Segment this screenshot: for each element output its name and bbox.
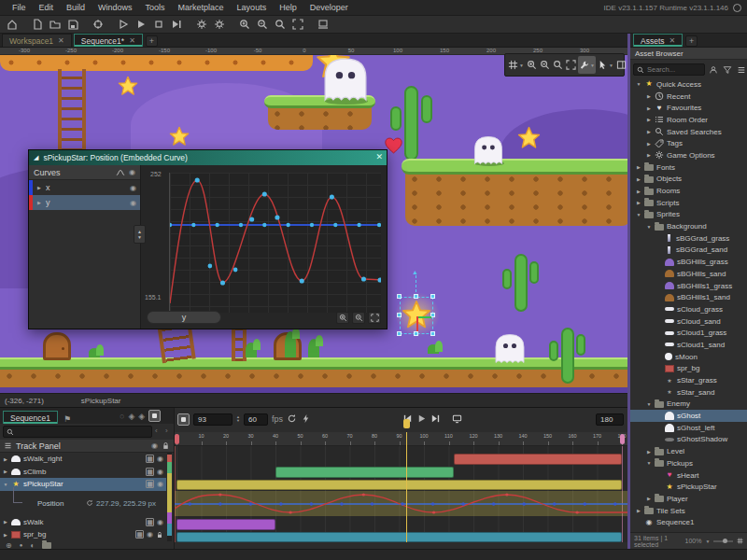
asset-tree-item-objects[interactable]: ▶Objects [630,174,747,186]
asset-tree-item-sstar-sand[interactable]: ★sStar_sand [630,386,747,399]
tree-expand-icon[interactable]: ▼ [646,224,652,230]
menu-file[interactable]: File [6,0,33,16]
gear-button-1[interactable] [193,17,209,32]
browser-menu-icon[interactable] [736,65,747,75]
panel-splitter-handle[interactable]: ▲▼ [134,225,146,244]
track-row-spickupstar[interactable]: ▼★ sPickupStar ▦◉ [0,478,166,491]
canvas-fit-button[interactable] [565,56,577,74]
asset-tree-item-enemy[interactable]: ▼Enemy [630,399,747,411]
save-project-button[interactable] [64,17,80,32]
ghost-sprite[interactable] [320,57,371,102]
ghost-sprite[interactable] [493,333,527,364]
frame-stepper[interactable]: ▲▼ [236,415,240,423]
zoom-dropdown-icon[interactable]: ▼ [705,539,710,544]
tree-expand-icon[interactable]: ▶ [646,129,652,134]
run-button[interactable] [133,17,148,32]
asset-tree-item-sbghills-sand[interactable]: sBGHills_sand [630,268,747,280]
next-keyframe-icon[interactable]: ◈ [138,412,145,421]
asset-search-input[interactable]: Search... [633,63,705,76]
tool-options-button[interactable]: ▼ [578,56,596,74]
asset-tree-item-sstar-grass[interactable]: ★sStar_grass [630,374,747,386]
instant-playback-icon[interactable] [301,413,311,426]
start-marker[interactable] [175,434,179,444]
asset-tree-item-sghostshadow[interactable]: sGhostShadow [630,434,747,446]
star-sprite[interactable] [169,126,190,147]
timeline-bar-spr_bg[interactable] [176,532,622,542]
asset-tree-item-room-order[interactable]: ▶Room Order [630,114,747,126]
tree-expand-icon[interactable]: ▶ [646,93,652,99]
panel-new-tab-button[interactable]: + [685,35,698,47]
asset-tree-item-sbggrad-grass[interactable]: sBGGrad_grass [630,232,747,245]
gizmo-x-axis[interactable] [417,316,431,318]
device-button[interactable] [315,17,331,32]
asset-tree-item-pickups[interactable]: ▼Pickups [630,457,747,469]
tree-expand-icon[interactable]: ▶ [646,152,652,158]
plant-sprite[interactable] [89,348,100,357]
tree-expand-icon[interactable]: ▶ [646,496,652,501]
cactus-sprite[interactable] [502,254,540,312]
timeline-lanes[interactable] [175,446,627,542]
asset-tree-item-quick-access[interactable]: ▼★Quick Access [630,78,747,91]
plant-sprite[interactable] [308,339,319,357]
track-visibility-icon[interactable]: ◉ [157,468,163,476]
tree-expand-icon[interactable]: ▶ [646,117,652,122]
expand-icon[interactable]: ▶ [36,200,42,205]
home-button[interactable] [4,17,20,32]
cactus-sprite[interactable] [549,328,586,384]
tree-expand-icon[interactable]: ▶ [646,141,652,147]
tree-expand-icon[interactable]: ▼ [636,81,641,87]
asset-tree-item-sghost[interactable]: sGhost [630,410,747,422]
tree-expand-icon[interactable]: ▶ [636,164,641,170]
asset-tree-item-sequence1[interactable]: ◉Sequence1 [630,516,747,528]
gizmo-y-axis[interactable] [416,316,418,331]
menu-build[interactable]: Build [60,0,92,16]
tab-workspace1[interactable]: Workspace1 ✕ [2,34,72,47]
curve-plot[interactable] [169,173,381,313]
auto-record-button[interactable] [148,410,161,422]
timeline-bar-swalk_right[interactable] [454,454,622,465]
asset-tree-item-level[interactable]: ▶Level [630,445,747,457]
tab-assets-close-icon[interactable]: ✕ [669,36,676,45]
selection-handle[interactable] [397,331,402,336]
asset-zoom-slider[interactable] [713,540,733,542]
gear-button-2[interactable] [211,17,227,32]
fit-view-button[interactable] [289,17,305,32]
asset-tree-item-tile-sets[interactable]: ▶Tile Sets [630,505,747,517]
tree-expand-icon[interactable]: ▼ [646,401,652,407]
selection-handle[interactable] [430,331,435,336]
timeline-bar-spickupstar[interactable] [176,480,622,490]
new-project-button[interactable] [29,17,45,32]
asset-tree-item-scloud1-sand[interactable]: sCloud1_sand [630,339,747,351]
track-visibility-icon[interactable]: ◉ [157,455,163,463]
open-project-button[interactable] [47,17,63,32]
plant-sprite[interactable] [428,344,439,354]
menu-help[interactable]: Help [273,0,303,16]
loop-icon[interactable] [287,413,297,426]
rotation-handle-arrow[interactable]: ▲ [412,269,418,275]
tree-expand-icon[interactable]: ▶ [636,200,641,205]
asset-tree-item-scloud-grass[interactable]: sCloud_grass [630,303,747,315]
ghost-sprite[interactable] [472,135,505,165]
select-tool-button[interactable]: ▼ [597,56,614,74]
asset-tree-item-sbggrad-sand[interactable]: sBGGrad_sand [630,245,747,257]
sequence-flag-icon[interactable]: ⚑ [63,414,71,424]
selection-handle[interactable] [414,331,418,336]
clean-button[interactable] [168,17,184,32]
asset-tree-item-spickupstar[interactable]: ★sPickupStar [630,481,747,493]
expand-icon[interactable]: ▶ [36,185,42,190]
asset-tree-item-saved-searches[interactable]: ▶Saved Searches [630,126,747,138]
play-sequence-button[interactable] [416,413,427,426]
star-sprite[interactable] [118,76,138,96]
new-tab-button[interactable]: + [146,35,158,47]
grid-options-button[interactable]: ▼ [507,56,525,74]
menu-layouts[interactable]: Layouts [231,0,274,16]
timeline-bar-sclimb[interactable] [275,467,454,478]
playhead-handle[interactable] [403,419,410,428]
asset-tree-item-scripts[interactable]: ▶Scripts [630,197,747,209]
track-color-scrollbar[interactable] [167,453,172,541]
asset-tree-item-spr-bg[interactable]: spr_bg [630,363,747,375]
asset-tree-item-game-options[interactable]: ▶Game Options [630,149,747,161]
tab-sequence1-bottom[interactable]: Sequence1 [3,411,58,424]
zoom-in-button[interactable] [236,17,252,32]
tab-sequence1[interactable]: Sequence1* ✕ [74,34,143,47]
